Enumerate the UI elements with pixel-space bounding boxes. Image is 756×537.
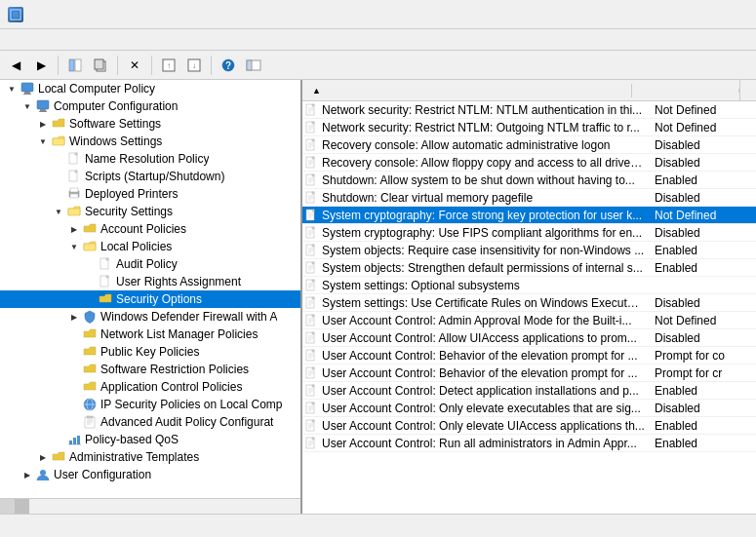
row-policy-icon bbox=[302, 224, 322, 242]
forward-button[interactable]: ▶ bbox=[29, 54, 53, 77]
tree-item-public-key[interactable]: Public Key Policies bbox=[0, 343, 300, 361]
tree-item-network-list[interactable]: Network List Manager Policies bbox=[0, 326, 300, 343]
column-header-security[interactable] bbox=[632, 89, 739, 93]
tree-expander-local-policies[interactable]: ▼ bbox=[66, 239, 82, 254]
tree-item-audit-policy[interactable]: Audit Policy bbox=[0, 255, 300, 273]
tree-item-account-policies[interactable]: ▶Account Policies bbox=[0, 220, 300, 238]
tree-expander-scripts-startup[interactable] bbox=[51, 169, 66, 184]
tree-expander-security-settings[interactable]: ▼ bbox=[51, 204, 66, 219]
close-button[interactable] bbox=[703, 0, 748, 29]
status-bar bbox=[0, 514, 756, 537]
tree-item-windows-defender[interactable]: ▶Windows Defender Firewall with A bbox=[0, 308, 300, 326]
tree-item-admin-templates[interactable]: ▶Administrative Templates bbox=[0, 448, 300, 466]
tree-expander-network-list[interactable] bbox=[66, 326, 82, 342]
tree-item-policy-based-qos[interactable]: Policy-based QoS bbox=[0, 431, 300, 448]
tree-item-deployed-printers[interactable]: Deployed Printers bbox=[0, 185, 300, 203]
tree-expander-user-rights-assignment[interactable] bbox=[82, 274, 98, 289]
tree-icon-network-list bbox=[82, 326, 98, 342]
list-row[interactable]: User Account Control: Only elevate UIAcc… bbox=[302, 417, 756, 435]
list-row[interactable]: Shutdown: Allow system to be shut down w… bbox=[302, 172, 756, 189]
tree-expander-advanced-audit[interactable] bbox=[66, 414, 82, 430]
tree-item-local-computer-policy[interactable]: ▼Local Computer Policy bbox=[0, 80, 300, 97]
tree-item-windows-settings[interactable]: ▼Windows Settings bbox=[0, 133, 300, 150]
tree-expander-user-configuration[interactable]: ▶ bbox=[20, 467, 35, 482]
tree-horizontal-scrollbar[interactable] bbox=[0, 498, 300, 514]
tree-item-name-resolution-policy[interactable]: Name Resolution Policy bbox=[0, 150, 300, 168]
svg-rect-140 bbox=[312, 438, 314, 440]
tree-expander-software-restriction[interactable] bbox=[66, 362, 82, 377]
tree-expander-public-key[interactable] bbox=[66, 344, 82, 360]
tree-expander-account-policies[interactable]: ▶ bbox=[66, 221, 82, 237]
list-row[interactable]: System objects: Require case insensitivi… bbox=[302, 242, 756, 259]
row-policy-text: User Account Control: Behavior of the el… bbox=[322, 349, 649, 363]
tree-item-software-restriction[interactable]: Software Restriction Policies bbox=[0, 361, 300, 378]
list-body[interactable]: Network security: Restrict NTLM: NTLM au… bbox=[302, 101, 756, 514]
show-hide-button[interactable] bbox=[63, 54, 87, 77]
svg-rect-18 bbox=[40, 109, 46, 111]
list-row[interactable]: User Account Control: Allow UIAccess app… bbox=[302, 329, 756, 347]
list-row[interactable]: User Account Control: Only elevate execu… bbox=[302, 400, 756, 417]
tree-item-advanced-audit[interactable]: Advanced Audit Policy Configurat bbox=[0, 413, 300, 431]
tree-expander-software-settings[interactable]: ▶ bbox=[35, 116, 51, 132]
tree-expander-windows-settings[interactable]: ▼ bbox=[35, 134, 51, 149]
list-row[interactable]: User Account Control: Admin Approval Mod… bbox=[302, 312, 756, 329]
menu-file[interactable] bbox=[4, 38, 20, 42]
tree-item-security-options[interactable]: Security Options bbox=[0, 290, 300, 308]
row-policy-text: Shutdown: Allow system to be shut down w… bbox=[322, 173, 649, 187]
column-header-policy[interactable]: ▲ bbox=[302, 84, 632, 97]
tree-item-security-settings[interactable]: ▼Security Settings bbox=[0, 203, 300, 220]
list-row[interactable]: System cryptography: Force strong key pr… bbox=[302, 207, 756, 224]
list-row[interactable]: Recovery console: Allow automatic admini… bbox=[302, 136, 756, 154]
tree-expander-audit-policy[interactable] bbox=[82, 256, 98, 272]
list-row[interactable]: Network security: Restrict NTLM: Outgoin… bbox=[302, 119, 756, 136]
list-row[interactable]: User Account Control: Detect application… bbox=[302, 382, 756, 400]
tree-expander-policy-based-qos[interactable] bbox=[51, 432, 66, 447]
browse-button[interactable] bbox=[242, 54, 265, 77]
delete-button[interactable]: ✕ bbox=[123, 54, 146, 77]
help-button[interactable]: ? bbox=[217, 54, 240, 77]
tree-expander-windows-defender[interactable]: ▶ bbox=[66, 309, 82, 325]
menu-view[interactable] bbox=[35, 38, 51, 42]
row-policy-icon bbox=[302, 119, 322, 136]
list-row[interactable]: Recovery console: Allow floppy copy and … bbox=[302, 154, 756, 172]
tree-icon-software-settings bbox=[51, 116, 66, 132]
tree-item-local-policies[interactable]: ▼Local Policies bbox=[0, 238, 300, 255]
list-row[interactable]: Network security: Restrict NTLM: NTLM au… bbox=[302, 101, 756, 119]
tree-item-software-settings[interactable]: ▶Software Settings bbox=[0, 115, 300, 133]
row-policy-text: Shutdown: Clear virtual memory pagefile bbox=[322, 191, 649, 205]
maximize-button[interactable] bbox=[658, 0, 703, 29]
tree-item-computer-configuration[interactable]: ▼Computer Configuration bbox=[0, 97, 300, 115]
svg-rect-100 bbox=[312, 297, 314, 299]
menu-action[interactable] bbox=[20, 38, 35, 42]
tree-expander-application-control[interactable] bbox=[66, 379, 82, 395]
tree-item-user-configuration[interactable]: ▶User Configuration bbox=[0, 466, 300, 483]
copy-button[interactable] bbox=[89, 54, 112, 77]
tree-expander-admin-templates[interactable]: ▶ bbox=[35, 449, 51, 465]
menu-help[interactable] bbox=[51, 38, 66, 42]
tree-container[interactable]: ▼Local Computer Policy▼Computer Configur… bbox=[0, 80, 300, 498]
minimize-button[interactable] bbox=[614, 0, 658, 29]
tree-item-user-rights-assignment[interactable]: User Rights Assignment bbox=[0, 273, 300, 290]
tree-item-application-control[interactable]: Application Control Policies bbox=[0, 378, 300, 396]
list-row[interactable]: User Account Control: Behavior of the el… bbox=[302, 347, 756, 364]
list-row[interactable]: System cryptography: Use FIPS compliant … bbox=[302, 224, 756, 242]
tree-expander-name-resolution-policy[interactable] bbox=[51, 151, 66, 167]
tree-expander-computer-configuration[interactable]: ▼ bbox=[20, 98, 35, 114]
list-row[interactable]: User Account Control: Behavior of the el… bbox=[302, 364, 756, 382]
tree-expander-security-options[interactable] bbox=[82, 291, 98, 307]
tree-item-scripts-startup[interactable]: Scripts (Startup/Shutdown) bbox=[0, 168, 300, 185]
tree-expander-local-computer-policy[interactable]: ▼ bbox=[4, 81, 20, 96]
tree-expander-deployed-printers[interactable] bbox=[51, 186, 66, 202]
tree-item-ip-security[interactable]: IP Security Policies on Local Comp bbox=[0, 396, 300, 413]
row-policy-text: System cryptography: Force strong key pr… bbox=[322, 209, 649, 222]
list-row[interactable]: System objects: Strengthen default permi… bbox=[302, 259, 756, 277]
tree-expander-ip-security[interactable] bbox=[66, 397, 82, 412]
svg-rect-41 bbox=[77, 436, 80, 444]
list-row[interactable]: System settings: Use Certificate Rules o… bbox=[302, 294, 756, 312]
list-row[interactable]: Shutdown: Clear virtual memory pagefileD… bbox=[302, 189, 756, 207]
list-row[interactable]: System settings: Optional subsystems bbox=[302, 277, 756, 294]
import-button[interactable]: ↓ bbox=[182, 54, 206, 77]
export-button[interactable]: ↑ bbox=[157, 54, 180, 77]
list-row[interactable]: User Account Control: Run all administra… bbox=[302, 435, 756, 452]
back-button[interactable]: ◀ bbox=[4, 54, 27, 77]
